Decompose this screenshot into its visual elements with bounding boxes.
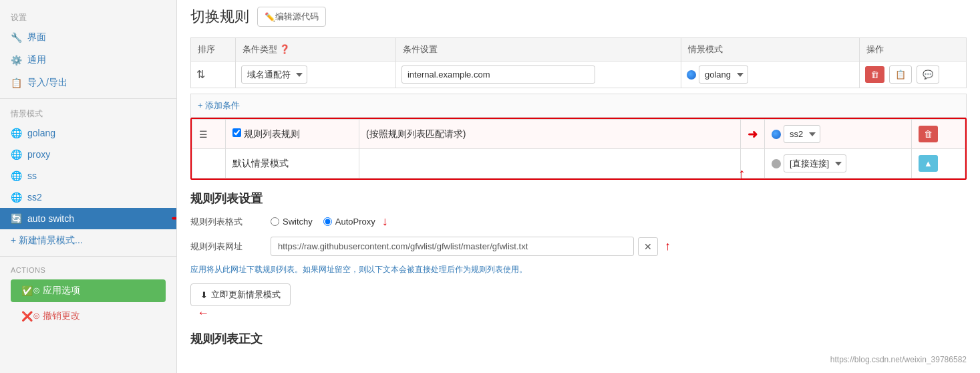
rule-list-profile-select[interactable]: ss2 bbox=[784, 125, 820, 143]
update-profile-label: 立即更新情景模式 bbox=[211, 289, 281, 301]
apply-icon: ✅ bbox=[21, 285, 33, 296]
gear-icon: ⚙️ bbox=[11, 55, 22, 66]
revert-icon: ❌ bbox=[21, 311, 33, 322]
highlighted-inner-table: ☰ 规则列表规则 (按照规则列表匹配请求) ➜ bbox=[192, 119, 965, 178]
page-title-row: 切换规则 ✏️ 编辑源代码 bbox=[190, 7, 967, 27]
up-button[interactable]: ▲ bbox=[919, 155, 938, 172]
sidebar-item-general-label: 通用 bbox=[27, 54, 46, 66]
sidebar-divider-2 bbox=[0, 256, 176, 257]
list-icon: ☰ bbox=[199, 129, 208, 140]
profile-mode-section-title: 情景模式 bbox=[0, 103, 176, 122]
default-profile-select[interactable]: [直接连接] bbox=[784, 154, 846, 172]
rule-list-hint-cell: (按照规则列表匹配请求) bbox=[359, 120, 741, 149]
sidebar-item-interface[interactable]: 🔧 界面 bbox=[0, 26, 176, 49]
sidebar-item-interface-label: 界面 bbox=[27, 31, 46, 43]
delete-button-1[interactable]: 🗑 bbox=[865, 66, 884, 83]
new-profile-link[interactable]: + 新建情景模式... bbox=[0, 229, 176, 252]
default-action-cell: ▲ bbox=[912, 149, 965, 178]
condition-value-cell bbox=[395, 61, 681, 88]
autoproxy-label: AutoProxy bbox=[335, 217, 375, 227]
format-radio-group: Switchy AutoProxy bbox=[271, 217, 375, 227]
th-action: 操作 bbox=[859, 38, 966, 61]
direct-dot bbox=[772, 159, 781, 168]
rules-table: 排序 条件类型 ❓ 条件设置 情景模式 操作 ⇅ 域名通配符 bbox=[190, 37, 967, 88]
sidebar-item-auto-switch[interactable]: 🔄 auto switch bbox=[0, 208, 176, 229]
arrow-autoproxy: ↓ bbox=[382, 215, 388, 229]
main-content: 切换规则 ✏️ 编辑源代码 排序 条件类型 ❓ 条件设置 情景模式 操作 ⇅ bbox=[177, 0, 980, 373]
format-label: 规则列表格式 bbox=[190, 216, 271, 228]
import-export-icon: 📋 bbox=[11, 78, 22, 88]
switchy-label: Switchy bbox=[283, 217, 313, 227]
highlighted-section: ☰ 规则列表规则 (按照规则列表匹配请求) ➜ bbox=[190, 118, 967, 180]
th-condition-type: 条件类型 ❓ bbox=[235, 38, 395, 61]
sidebar-item-ss-label: ss bbox=[27, 170, 37, 181]
sidebar-item-proxy-label: proxy bbox=[27, 149, 50, 160]
golang-dot bbox=[687, 70, 696, 80]
apply-button[interactable]: ✅ ⊙ 应用选项 bbox=[11, 279, 166, 302]
profile-select-1[interactable]: golang bbox=[699, 66, 748, 84]
sidebar-item-general[interactable]: ⚙️ 通用 bbox=[0, 49, 176, 72]
edit-icon: ✏️ bbox=[265, 12, 275, 22]
arrow-update: ← bbox=[197, 306, 209, 320]
rule-list-row: ☰ 规则列表规则 (按照规则列表匹配请求) ➜ bbox=[192, 120, 965, 149]
switch-icon: 🔄 bbox=[11, 213, 22, 224]
sidebar-item-golang-label: golang bbox=[27, 128, 55, 138]
copy-button-1[interactable]: 📋 bbox=[889, 66, 912, 84]
msg-button-1[interactable]: 💬 bbox=[917, 66, 939, 84]
sidebar-item-ss2[interactable]: 🌐 ss2 bbox=[0, 186, 176, 208]
sidebar-item-golang[interactable]: 🌐 golang bbox=[0, 122, 176, 144]
revert-label: ⊙ 撤销更改 bbox=[33, 310, 80, 322]
globe-icon-ss2: 🌐 bbox=[11, 192, 22, 203]
condition-value-input[interactable] bbox=[401, 66, 595, 84]
update-button-row: ⬇ 立即更新情景模式 ← bbox=[190, 283, 967, 320]
url-row: 规则列表网址 ✕ ↑ bbox=[190, 237, 967, 256]
globe-icon-proxy: 🌐 bbox=[11, 149, 22, 160]
url-label: 规则列表网址 bbox=[190, 241, 271, 253]
profile-mode-cell: golang bbox=[681, 61, 859, 88]
page-title: 切换规则 bbox=[190, 7, 249, 27]
rule-list-checkbox[interactable] bbox=[232, 128, 241, 137]
format-row: 规则列表格式 Switchy AutoProxy ↓ bbox=[190, 215, 967, 229]
apply-label: ⊙ 应用选项 bbox=[33, 285, 80, 297]
sort-icon[interactable]: ⇅ bbox=[196, 69, 205, 80]
switchy-radio-label[interactable]: Switchy bbox=[271, 217, 313, 227]
sidebar-item-import-export-label: 导入/导出 bbox=[27, 77, 67, 89]
url-input-wrap: ✕ bbox=[271, 237, 658, 256]
default-sort-empty bbox=[192, 149, 226, 178]
default-profile-select-cell: [直接连接] bbox=[765, 149, 912, 178]
arrow-right-1: ➜ bbox=[748, 127, 758, 142]
condition-type-select[interactable]: 域名通配符 bbox=[241, 66, 307, 84]
default-empty-cell bbox=[359, 149, 741, 178]
rule-list-settings-title: 规则列表设置 bbox=[190, 191, 967, 207]
add-condition-button[interactable]: + 添加条件 bbox=[198, 100, 240, 112]
rule-list-delete-button[interactable]: 🗑 bbox=[919, 126, 938, 142]
default-label-cell: 默认情景模式 bbox=[226, 149, 359, 178]
edit-source-button[interactable]: ✏️ 编辑源代码 bbox=[257, 7, 326, 27]
footer-note: https://blog.csdn.net/weixin_39786582 bbox=[190, 355, 967, 364]
sidebar-item-ss[interactable]: 🌐 ss bbox=[0, 165, 176, 186]
ss2-dot bbox=[772, 130, 781, 139]
sidebar-divider bbox=[0, 98, 176, 99]
sort-cell: ⇅ bbox=[191, 61, 236, 88]
download-icon: ⬇ bbox=[200, 290, 208, 300]
url-input[interactable] bbox=[271, 237, 634, 256]
globe-icon-golang: 🌐 bbox=[11, 128, 22, 138]
add-condition-row: + 添加条件 bbox=[190, 94, 967, 118]
default-profile-label: 默认情景模式 bbox=[232, 158, 289, 168]
rule-list-hint: (按照规则列表匹配请求) bbox=[366, 128, 466, 139]
clear-url-button[interactable]: ✕ bbox=[638, 237, 658, 256]
rule-list-sort-cell: ☰ bbox=[192, 120, 226, 149]
autoproxy-radio-label[interactable]: AutoProxy bbox=[323, 217, 375, 227]
sidebar: 设置 🔧 界面 ⚙️ 通用 📋 导入/导出 情景模式 🌐 golang 🌐 pr… bbox=[0, 0, 177, 373]
update-profile-button[interactable]: ⬇ 立即更新情景模式 bbox=[190, 283, 291, 306]
th-condition-setting: 条件设置 bbox=[395, 38, 681, 61]
sidebar-item-proxy[interactable]: 🌐 proxy bbox=[0, 144, 176, 165]
switchy-radio[interactable] bbox=[271, 217, 279, 226]
sidebar-item-import-export[interactable]: 📋 导入/导出 bbox=[0, 72, 176, 94]
wrench-icon: 🔧 bbox=[11, 32, 22, 43]
settings-section-title: 设置 bbox=[0, 7, 176, 26]
rule-list-arrow-cell: ➜ bbox=[741, 120, 765, 149]
autoproxy-radio[interactable] bbox=[323, 217, 332, 226]
th-order: 排序 bbox=[191, 38, 236, 61]
revert-button[interactable]: ❌ ⊙ 撤销更改 bbox=[11, 305, 91, 328]
